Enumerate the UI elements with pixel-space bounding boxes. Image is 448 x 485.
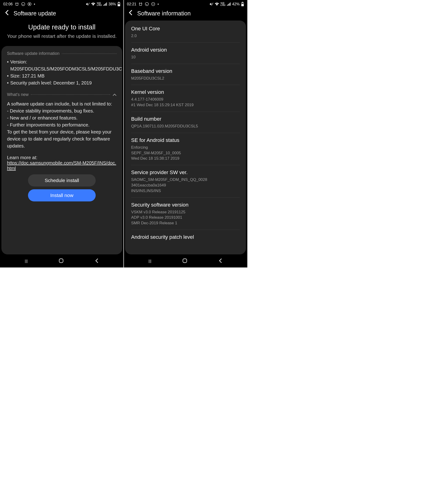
recents-button[interactable]: |||	[148, 259, 151, 263]
nav-bar: |||	[0, 254, 124, 267]
info-title: Android version	[131, 47, 240, 53]
info-title: SE for Android status	[131, 137, 240, 143]
whatsapp-icon	[21, 2, 25, 6]
info-bullet: Security patch level: December 1, 2019	[7, 79, 117, 86]
wifi-icon	[91, 2, 96, 6]
svg-rect-9	[118, 4, 120, 6]
info-bullet: Size: 127.21 MB	[7, 72, 117, 79]
svg-rect-5	[105, 3, 106, 6]
signal-icon	[103, 2, 107, 6]
more-dot: •	[158, 2, 159, 6]
home-button[interactable]	[59, 258, 64, 264]
mute-icon	[86, 2, 90, 6]
battery-pct: 38%	[109, 2, 116, 6]
dnd-icon	[151, 2, 155, 6]
nav-bar: |||	[124, 254, 247, 267]
status-bar: 02:06 • Vo))LTE2 38%	[0, 0, 124, 7]
learn-link[interactable]: https://doc.samsungmobile.com/SM-M205F/I…	[7, 160, 116, 171]
info-value: 2.0	[131, 33, 240, 39]
battery-pct: 42%	[232, 2, 240, 6]
info-title: Service provider SW ver.	[131, 170, 240, 176]
info-value: 10	[131, 54, 240, 60]
svg-rect-16	[228, 4, 229, 6]
shop-icon	[139, 2, 143, 6]
svg-line-14	[212, 3, 213, 5]
svg-rect-8	[119, 2, 120, 3]
info-title: Build number	[131, 116, 240, 122]
info-value: SAOMC_SM-M205F_ODM_INS_QQ_0028 3401eaccb…	[131, 177, 240, 194]
back-button[interactable]	[95, 258, 99, 264]
chevron-up-icon	[112, 91, 117, 97]
volte-icon: Vo))LTE2	[221, 2, 225, 6]
svg-point-0	[22, 2, 25, 6]
hero: Update ready to install Your phone will …	[0, 21, 124, 46]
hero-sub: Your phone will restart after the update…	[7, 33, 117, 40]
wifi-icon	[215, 2, 219, 6]
info-title: Baseband version	[131, 68, 240, 74]
info-item[interactable]: Android version10	[131, 43, 240, 64]
update-info-list: Version: M205FDDU3CSL5/M205FODM3CSL5/M20…	[7, 56, 117, 90]
status-bar: 02:21 • Vo))LTE2 42%	[124, 0, 247, 7]
info-item[interactable]: One UI Core2.0	[131, 22, 240, 43]
play-icon	[28, 2, 32, 6]
svg-rect-15	[227, 5, 228, 6]
signal-icon	[227, 2, 231, 6]
info-bullet: Version: M205FDDU3CSL5/M205FODM3CSL5/M20…	[7, 58, 117, 72]
back-icon[interactable]	[5, 9, 9, 17]
battery-icon	[117, 2, 120, 6]
clock: 02:06	[3, 2, 13, 6]
info-value: 4.4.177-17406009 #1 Wed Dec 18 15:29:14 …	[131, 97, 240, 108]
svg-rect-18	[230, 3, 231, 6]
svg-rect-22	[183, 259, 187, 263]
svg-rect-20	[242, 2, 243, 3]
svg-rect-6	[106, 3, 107, 6]
page-title: Software update	[14, 10, 56, 17]
info-title: Kernel version	[131, 89, 240, 95]
info-value: M205FDDU3CSL2	[131, 76, 240, 81]
svg-point-11	[145, 2, 148, 6]
battery-icon	[241, 2, 244, 6]
info-value: QP1A.190711.020.M205FDDU3CSL5	[131, 123, 240, 129]
whats-new-body: A software update can include, but is no…	[7, 98, 117, 151]
more-dot: •	[34, 2, 35, 6]
page-title: Software information	[137, 10, 191, 17]
recents-button[interactable]: |||	[25, 259, 28, 263]
info-list: One UI Core2.0Android version10Baseband …	[131, 22, 240, 245]
info-item[interactable]: Kernel version4.4.177-17406009 #1 Wed De…	[131, 85, 240, 112]
install-now-button[interactable]: Install now	[28, 189, 96, 202]
learn-more: Learn more at: https://doc.samsungmobile…	[7, 151, 117, 171]
right-screenshot: 02:21 • Vo))LTE2 42% Software informatio…	[124, 0, 247, 267]
info-title: Security software version	[131, 202, 240, 208]
left-screenshot: 02:06 • Vo))LTE2 38% Software update Upd…	[0, 0, 124, 267]
info-item[interactable]: Service provider SW ver.SAOMC_SM-M205F_O…	[131, 165, 240, 197]
info-value: VSKM v3.0 Release 20191125 ADP v3.0 Rele…	[131, 209, 240, 226]
info-item[interactable]: Baseband versionM205FDDU3CSL2	[131, 64, 240, 85]
volte-icon: Vo))LTE2	[97, 2, 102, 6]
info-title: One UI Core	[131, 26, 240, 32]
whatsapp-icon	[145, 2, 149, 6]
schedule-install-button[interactable]: Schedule install	[28, 174, 96, 186]
back-icon[interactable]	[128, 9, 133, 17]
info-card: One UI Core2.0Android version10Baseband …	[125, 21, 246, 254]
whats-new-toggle[interactable]: What's new	[7, 90, 117, 98]
info-item[interactable]: Android security patch level	[131, 230, 240, 245]
info-item[interactable]: Security software versionVSKM v3.0 Relea…	[131, 198, 240, 230]
back-button[interactable]	[218, 258, 223, 264]
info-value: Enforcing SEPF_SM-M205F_10_0005 Wed Dec …	[131, 145, 240, 161]
svg-rect-10	[59, 259, 63, 263]
svg-rect-4	[104, 4, 105, 6]
info-item[interactable]: Build numberQP1A.190711.020.M205FDDU3CSL…	[131, 112, 240, 133]
info-section-label: Software update information	[7, 51, 117, 56]
svg-line-2	[88, 3, 89, 5]
info-item[interactable]: SE for Android statusEnforcing SEPF_SM-M…	[131, 133, 240, 165]
app-header: Software update	[0, 7, 124, 21]
mute-icon	[209, 2, 213, 6]
app-header: Software information	[124, 7, 247, 21]
clock: 02:21	[127, 2, 136, 6]
hero-heading: Update ready to install	[7, 23, 117, 31]
home-button[interactable]	[182, 258, 187, 264]
info-title: Android security patch level	[131, 234, 240, 240]
svg-rect-3	[103, 5, 104, 6]
shop-icon	[15, 2, 19, 6]
svg-rect-17	[229, 3, 230, 6]
